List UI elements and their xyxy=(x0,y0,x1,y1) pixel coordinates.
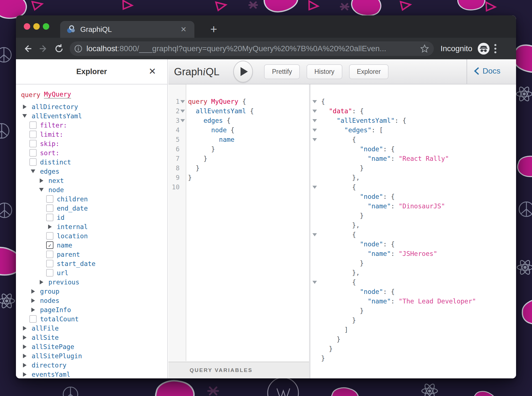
minimize-window-button[interactable] xyxy=(33,23,40,30)
tree-item-allSite[interactable]: allSite xyxy=(16,333,167,342)
fold-arrow-icon[interactable] xyxy=(180,100,186,103)
tree-item-children[interactable]: children xyxy=(16,194,167,204)
fold-arrow-icon[interactable] xyxy=(310,186,319,189)
tree-item-allSitePlugin[interactable]: allSitePlugin xyxy=(16,351,167,360)
tree-item-parent[interactable]: parent xyxy=(16,250,167,259)
tree-item-filter[interactable]: filter: xyxy=(16,121,167,130)
tree-item-id[interactable]: id xyxy=(16,213,167,222)
tree-item-node[interactable]: node xyxy=(16,185,167,194)
unchecked-checkbox[interactable] xyxy=(29,149,37,157)
tree-item-previous[interactable]: previous xyxy=(16,277,167,287)
query-editor-pane[interactable]: 1query MyQuery {2 allEventsYaml {3 edges… xyxy=(168,84,309,378)
fold-arrow-icon[interactable] xyxy=(310,138,319,141)
expand-arrow-icon[interactable] xyxy=(29,289,37,294)
tree-item-internal[interactable]: internal xyxy=(16,222,167,231)
forward-button[interactable] xyxy=(36,41,51,56)
tree-item-allSitePage[interactable]: allSitePage xyxy=(16,342,167,351)
expand-arrow-icon[interactable] xyxy=(21,345,28,349)
expand-arrow-icon[interactable] xyxy=(21,354,28,358)
tree-item-allDirectory[interactable]: allDirectory xyxy=(16,102,167,111)
unchecked-checkbox[interactable] xyxy=(29,131,37,138)
tree-item-next[interactable]: next xyxy=(16,176,167,185)
url-text[interactable]: localhost:8000/___graphql?query=query%20… xyxy=(86,44,420,53)
fold-arrow-icon[interactable] xyxy=(310,110,319,113)
tree-item-name[interactable]: ✓name xyxy=(16,241,167,250)
expand-arrow-icon[interactable] xyxy=(21,363,28,367)
tree-item-allEventsYaml[interactable]: allEventsYaml xyxy=(16,111,167,121)
unchecked-checkbox[interactable] xyxy=(46,232,53,240)
query-variables-bar[interactable]: QUERY VARIABLES xyxy=(168,362,309,378)
expand-arrow-icon[interactable] xyxy=(29,308,37,312)
tree-item-distinct[interactable]: distinct xyxy=(16,157,167,167)
fold-arrow-icon[interactable] xyxy=(310,119,319,122)
site-info-icon[interactable] xyxy=(74,44,83,53)
tree-item-url[interactable]: url xyxy=(16,268,167,277)
fold-arrow-icon[interactable] xyxy=(310,100,319,103)
fold-arrow-icon[interactable] xyxy=(180,110,186,113)
editor-line-9: 9} xyxy=(168,173,309,182)
unchecked-checkbox[interactable] xyxy=(46,195,53,203)
unchecked-checkbox[interactable] xyxy=(46,214,53,221)
expand-arrow-icon[interactable] xyxy=(21,335,28,340)
checked-checkbox[interactable]: ✓ xyxy=(46,241,53,249)
explorer-tree-panel[interactable]: query MyQuery allDirectoryallEventsYamlf… xyxy=(16,84,168,378)
tree-item-directory[interactable]: directory xyxy=(16,360,167,370)
reload-button[interactable] xyxy=(51,41,67,56)
unchecked-checkbox[interactable] xyxy=(29,121,37,129)
history-button[interactable]: History xyxy=(307,64,342,79)
tree-item-nodes[interactable]: nodes xyxy=(16,296,167,305)
unchecked-checkbox[interactable] xyxy=(29,315,37,323)
unchecked-checkbox[interactable] xyxy=(46,204,53,212)
expand-arrow-icon[interactable] xyxy=(21,372,28,377)
close-window-button[interactable] xyxy=(24,23,30,30)
collapse-arrow-icon[interactable] xyxy=(21,114,28,118)
bookmark-star-icon[interactable] xyxy=(420,44,429,53)
fold-arrow-icon[interactable] xyxy=(310,129,319,132)
tree-item-limit[interactable]: limit: xyxy=(16,130,167,139)
tree-query-row[interactable]: query MyQuery xyxy=(16,90,167,99)
tree-item-edges[interactable]: edges xyxy=(16,167,167,176)
browser-tab[interactable]: GraphiQL ✕ xyxy=(60,21,194,38)
fold-arrow-icon[interactable] xyxy=(180,119,186,122)
fold-arrow-icon[interactable] xyxy=(310,233,319,236)
expand-arrow-icon[interactable] xyxy=(38,280,45,284)
address-bar[interactable]: localhost:8000/___graphql?query=query%20… xyxy=(70,41,434,56)
tree-item-location[interactable]: location xyxy=(16,231,167,241)
unchecked-checkbox[interactable] xyxy=(46,269,53,277)
back-button[interactable] xyxy=(20,41,36,56)
query-name[interactable]: MyQuery xyxy=(44,91,71,99)
editor-line-2: 2 allEventsYaml { xyxy=(168,106,309,116)
unchecked-checkbox[interactable] xyxy=(29,140,37,147)
tree-item-totalCount[interactable]: totalCount xyxy=(16,314,167,324)
expand-arrow-icon[interactable] xyxy=(21,326,28,331)
unchecked-checkbox[interactable] xyxy=(46,251,53,258)
expand-arrow-icon[interactable] xyxy=(29,298,37,303)
expand-arrow-icon[interactable] xyxy=(46,225,53,229)
expand-arrow-icon[interactable] xyxy=(21,105,28,109)
docs-link[interactable]: Docs xyxy=(474,67,500,76)
execute-query-button[interactable] xyxy=(233,61,253,82)
results-pane[interactable]: { "data": { "allEventsYaml": { "edges": … xyxy=(310,84,516,378)
unchecked-checkbox[interactable] xyxy=(29,158,37,166)
prettify-button[interactable]: Prettify xyxy=(264,64,300,79)
new-tab-button[interactable]: + xyxy=(204,21,223,38)
expand-arrow-icon[interactable] xyxy=(38,178,45,183)
tree-item-start_date[interactable]: start_date xyxy=(16,259,167,268)
browser-menu-icon[interactable] xyxy=(494,43,497,54)
collapse-arrow-icon[interactable] xyxy=(38,188,45,192)
tree-item-end_date[interactable]: end_date xyxy=(16,204,167,213)
tree-item-group[interactable]: group xyxy=(16,287,167,296)
explorer-close-icon[interactable]: ✕ xyxy=(149,66,156,77)
zoom-window-button[interactable] xyxy=(43,23,49,30)
tree-item-allFile[interactable]: allFile xyxy=(16,324,167,333)
tree-item-label: children xyxy=(57,195,88,203)
tree-item-sort[interactable]: sort: xyxy=(16,148,167,157)
tree-item-eventsYaml[interactable]: eventsYaml xyxy=(16,370,167,378)
tree-item-pageInfo[interactable]: pageInfo xyxy=(16,305,167,314)
close-tab-icon[interactable]: ✕ xyxy=(179,25,188,34)
collapse-arrow-icon[interactable] xyxy=(29,169,37,173)
unchecked-checkbox[interactable] xyxy=(46,260,53,267)
tree-item-skip[interactable]: skip: xyxy=(16,139,167,148)
explorer-button[interactable]: Explorer xyxy=(349,64,389,79)
fold-arrow-icon[interactable] xyxy=(310,281,319,284)
